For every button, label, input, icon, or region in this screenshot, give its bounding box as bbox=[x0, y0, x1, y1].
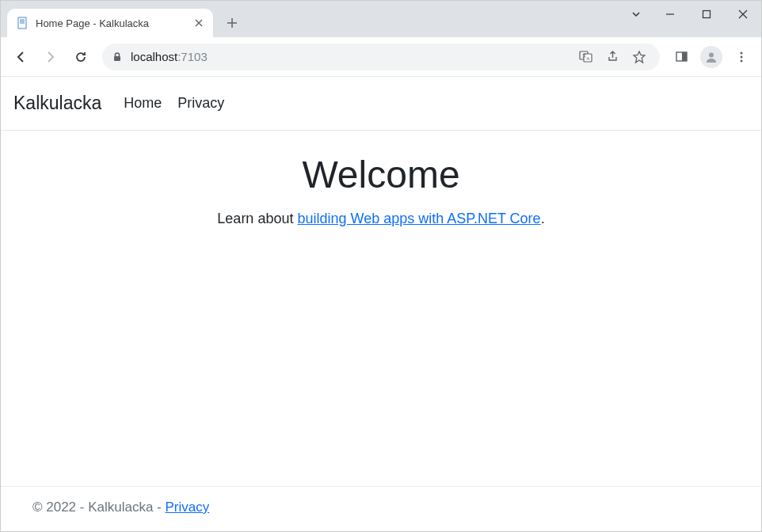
main-content: Welcome Learn about building Web apps wi… bbox=[1, 131, 761, 486]
page-content: Kalkulacka Home Privacy Welcome Learn ab… bbox=[1, 77, 761, 531]
browser-tab[interactable]: Home Page - Kalkulacka bbox=[7, 9, 213, 37]
tab-search-button[interactable] bbox=[620, 1, 652, 28]
back-button[interactable] bbox=[7, 44, 34, 70]
nav-link-home[interactable]: Home bbox=[124, 95, 162, 112]
svg-text:A: A bbox=[586, 56, 589, 61]
svg-point-14 bbox=[741, 51, 743, 54]
bookmark-button[interactable] bbox=[628, 46, 650, 68]
minimize-button[interactable] bbox=[652, 1, 688, 28]
close-tab-button[interactable] bbox=[192, 17, 205, 29]
footer-privacy-link[interactable]: Privacy bbox=[166, 500, 210, 515]
lock-icon bbox=[112, 51, 123, 63]
nav-link-privacy[interactable]: Privacy bbox=[177, 95, 224, 112]
hero-text: Learn about building Web apps with ASP.N… bbox=[217, 211, 544, 227]
brand-link[interactable]: Kalkulacka bbox=[13, 93, 101, 114]
page-favicon-icon bbox=[17, 17, 29, 29]
page-title: Welcome bbox=[302, 153, 459, 196]
avatar-icon bbox=[700, 46, 722, 68]
menu-button[interactable] bbox=[728, 44, 755, 70]
close-window-button[interactable] bbox=[725, 1, 761, 28]
browser-titlebar: Home Page - Kalkulacka bbox=[1, 1, 761, 37]
translate-button[interactable]: 文A bbox=[574, 46, 596, 68]
profile-button[interactable] bbox=[698, 44, 725, 70]
window-controls bbox=[620, 1, 761, 28]
address-bar[interactable]: localhost:7103 文A bbox=[102, 44, 660, 70]
svg-rect-12 bbox=[682, 52, 687, 61]
svg-rect-6 bbox=[114, 56, 120, 61]
svg-point-13 bbox=[709, 52, 714, 57]
svg-rect-5 bbox=[703, 11, 711, 18]
learn-link[interactable]: building Web apps with ASP.NET Core bbox=[297, 211, 540, 226]
site-footer: © 2022 - Kalkulacka - Privacy bbox=[1, 486, 761, 531]
reload-button[interactable] bbox=[67, 44, 94, 70]
browser-toolbar: localhost:7103 文A bbox=[1, 37, 761, 77]
svg-point-16 bbox=[741, 59, 743, 62]
site-navbar: Kalkulacka Home Privacy bbox=[1, 77, 761, 131]
new-tab-button[interactable] bbox=[221, 12, 243, 34]
maximize-button[interactable] bbox=[688, 1, 725, 28]
svg-point-15 bbox=[741, 55, 743, 58]
forward-button[interactable] bbox=[37, 44, 64, 70]
url-text: localhost:7103 bbox=[131, 50, 566, 63]
tab-title: Home Page - Kalkulacka bbox=[36, 17, 186, 29]
side-panel-button[interactable] bbox=[668, 44, 695, 70]
share-button[interactable] bbox=[601, 46, 623, 68]
